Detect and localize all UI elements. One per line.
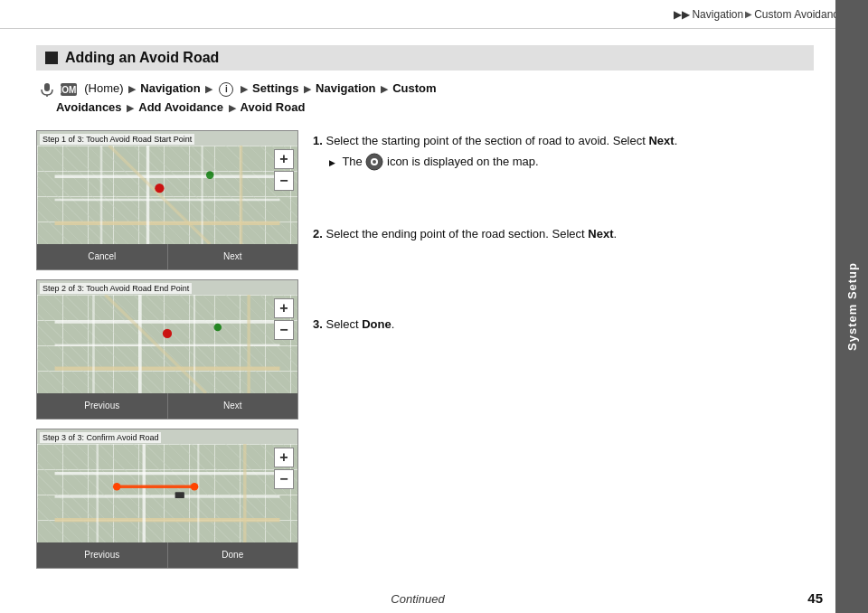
instruction-1-sub: The icon is displayed on the map.: [313, 153, 814, 172]
svg-point-32: [113, 483, 121, 491]
path-avoid-road: Avoid Road: [241, 100, 306, 114]
breadcrumb-arrows: ▶▶: [674, 8, 690, 21]
instruction-1-text: Select the starting point of the section…: [326, 134, 677, 147]
path-add-avoidance: Add Avoidance: [138, 100, 226, 114]
path-nav2: Navigation: [316, 81, 379, 95]
sidebar-label: System Setup: [845, 262, 859, 351]
path-custom: Custom: [392, 81, 436, 95]
instruction-3: 3. Select Done.: [313, 316, 814, 334]
step-num-3: 3.: [313, 317, 326, 331]
svg-text:HOME: HOME: [60, 85, 78, 95]
svg-point-22: [163, 328, 172, 337]
svg-point-12: [155, 184, 164, 193]
step-num-2: 2.: [313, 227, 326, 240]
zoom-controls-3[interactable]: + −: [274, 448, 294, 489]
map-screenshot-3: Step 3 of 3: Confirm Avoid Road: [36, 429, 298, 569]
road-svg-2: [37, 295, 297, 393]
mic-icon: [40, 82, 54, 97]
content-body: Step 1 of 3: Touch Avoid Road Start Poin…: [36, 130, 814, 569]
navigation-path: HOME (Home) ▶ Navigation ▶ i ▶ Settings …: [36, 80, 814, 118]
breadcrumb-sep1: ▶: [745, 9, 752, 19]
arrow1: ▶: [128, 83, 138, 94]
zoom-out-1[interactable]: −: [274, 171, 294, 191]
map-body-1: [37, 146, 297, 244]
instruction-1: 1. Select the starting point of the sect…: [313, 132, 814, 172]
map-buttons-3: Previous Done: [37, 542, 297, 568]
gps-icon: [365, 153, 383, 171]
path-nav1: Navigation: [140, 81, 203, 95]
next-button-2[interactable]: Next: [167, 393, 298, 419]
arrow5: ▶: [381, 83, 391, 94]
svg-point-13: [206, 171, 214, 179]
previous-button-3[interactable]: Previous: [37, 542, 167, 568]
breadcrumb: ▶▶ Navigation ▶ Custom Avoidances: [674, 8, 850, 21]
arrow4: ▶: [304, 83, 314, 94]
map-screenshot-2: Step 2 of 3: Touch Avoid Road End Point: [36, 279, 298, 420]
map-buttons-1: Cancel Next: [37, 244, 297, 269]
svg-rect-34: [175, 492, 184, 498]
svg-line-11: [109, 146, 211, 244]
arrow3: ▶: [241, 83, 250, 94]
map-buttons-2: Previous Next: [37, 393, 297, 419]
main-content: Adding an Avoid Road HOME (Home) ▶ Navig…: [0, 29, 835, 613]
right-sidebar: System Setup: [835, 0, 868, 613]
instructions-column: 1. Select the starting point of the sect…: [313, 130, 814, 569]
breadcrumb-nav1: Navigation: [692, 8, 743, 21]
screenshots-column: Step 1 of 3: Touch Avoid Road Start Poin…: [36, 130, 298, 569]
info-icon: i: [219, 82, 233, 97]
svg-point-33: [191, 483, 199, 491]
path-home-label: (Home): [84, 81, 127, 95]
arrow2: ▶: [205, 83, 215, 94]
path-settings: Settings: [252, 81, 302, 95]
cancel-button-1[interactable]: Cancel: [37, 244, 167, 269]
step2-label: Step 2 of 3: Touch Avoid Road End Point: [40, 283, 192, 294]
step1-label: Step 1 of 3: Touch Avoid Road Start Poin…: [40, 134, 194, 145]
arrow7: ▶: [229, 102, 239, 113]
arrow6: ▶: [127, 102, 137, 113]
next-button-1[interactable]: Next: [167, 244, 298, 269]
bottom-bar: Continued: [0, 592, 835, 606]
zoom-in-1[interactable]: +: [274, 149, 294, 169]
zoom-out-3[interactable]: −: [274, 469, 294, 489]
path-avoidances: Avoidances: [56, 100, 125, 114]
map-screenshot-1: Step 1 of 3: Touch Avoid Road Start Poin…: [36, 130, 298, 270]
map-body-3: [37, 444, 297, 542]
step-num-1: 1.: [313, 134, 326, 147]
page-number: 45: [807, 590, 823, 606]
step3-label: Step 3 of 3: Confirm Avoid Road: [40, 432, 161, 443]
zoom-in-3[interactable]: +: [274, 448, 294, 467]
section-title-icon: [45, 52, 58, 64]
section-title: Adding an Avoid Road: [65, 50, 219, 66]
map-body-2: [37, 295, 297, 393]
home-icon: HOME: [60, 82, 78, 97]
svg-point-37: [373, 160, 376, 164]
svg-point-23: [213, 323, 222, 331]
top-breadcrumb-bar: ▶▶ Navigation ▶ Custom Avoidances: [0, 0, 868, 29]
zoom-in-2[interactable]: +: [274, 298, 294, 318]
done-button-3[interactable]: Done: [167, 542, 298, 568]
previous-button-2[interactable]: Previous: [37, 393, 167, 419]
zoom-out-2[interactable]: −: [274, 320, 294, 340]
continued-label: Continued: [391, 592, 444, 606]
instruction-3-text: Select Done.: [326, 317, 394, 331]
instruction-2: 2. Select the ending point of the road s…: [313, 225, 814, 243]
path-indent: [40, 100, 52, 114]
svg-rect-0: [44, 83, 50, 91]
zoom-controls-1[interactable]: + −: [274, 149, 294, 191]
road-svg-3: [37, 444, 297, 542]
zoom-controls-2[interactable]: + −: [274, 298, 294, 340]
road-svg-1: [37, 146, 297, 244]
section-title-bar: Adding an Avoid Road: [36, 45, 814, 71]
instruction-2-text: Select the ending point of the road sect…: [326, 227, 617, 240]
